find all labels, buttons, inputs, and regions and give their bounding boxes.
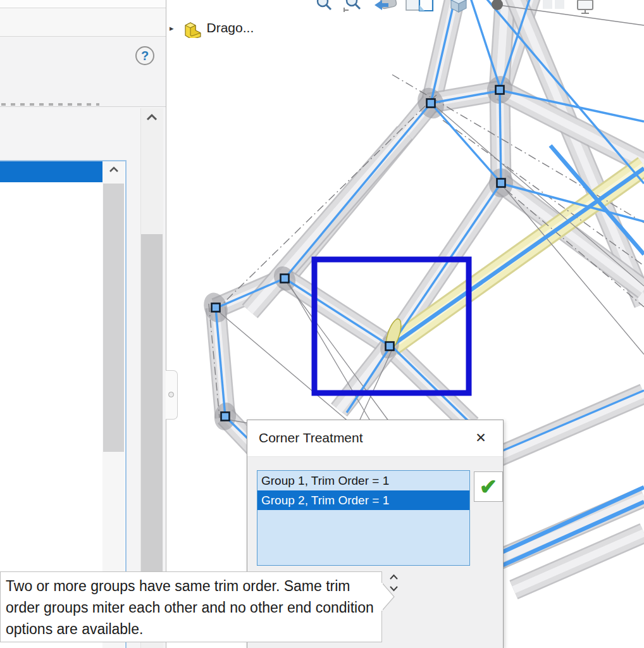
sketch-vertex-marker[interactable] [212, 304, 220, 312]
panel-scrollbar-up-icon[interactable] [140, 109, 163, 128]
trim-group-option[interactable]: Group 1, Trim Order = 1 [257, 471, 469, 490]
property-manager-panel: ? [0, 0, 166, 648]
sketch-vertex-marker[interactable] [386, 342, 394, 351]
annotation-view-icon[interactable] [416, 0, 435, 13]
tooltip: Two or more groups have same trim order.… [0, 571, 382, 642]
edit-appearance-icon[interactable] [487, 0, 506, 13]
panel-scrollbar-thumb[interactable] [141, 234, 163, 611]
dialog-titlebar[interactable]: Corner Treatment ✕ [247, 420, 503, 457]
trim-group-listbox[interactable]: Group 1, Trim Order = 1 Group 2, Trim Or… [257, 470, 470, 566]
sketch-vertex-marker[interactable] [496, 86, 504, 94]
listbox-scrollbar-up-icon[interactable] [102, 163, 125, 182]
tooltip-arrow [381, 582, 395, 612]
expand-arrow-icon[interactable]: ▸ [170, 23, 174, 33]
checkmark-icon: ✔ [480, 475, 498, 499]
listbox-scrollbar-thumb[interactable] [103, 184, 124, 452]
close-icon[interactable]: ✕ [473, 430, 489, 446]
splitter-dot-icon [168, 392, 174, 397]
clipped-text-row [1, 103, 99, 106]
apply-scene-icon[interactable] [541, 0, 566, 13]
spinner-up-icon[interactable] [389, 574, 399, 580]
feature-tree-item-label[interactable]: Drago... [207, 20, 254, 35]
sketch-vertex-marker[interactable] [281, 275, 289, 283]
flyout-feature-tree: ▸ Drago... [170, 16, 254, 39]
zoom-to-area-icon[interactable] [343, 0, 362, 13]
dialog-title: Corner Treatment [259, 430, 363, 446]
help-button[interactable]: ? [135, 46, 154, 65]
view-settings-icon[interactable] [576, 0, 595, 14]
part-icon [183, 18, 202, 38]
heads-up-view-toolbar [166, 0, 644, 14]
panel-toolbar-strip [0, 8, 166, 37]
trim-group-option-selected[interactable]: Group 2, Trim Order = 1 [257, 490, 469, 510]
panel-header-strip [0, 0, 166, 8]
view-orientation-icon[interactable] [449, 0, 468, 13]
sketch-vertex-marker[interactable] [497, 179, 505, 187]
panel-splitter-handle[interactable] [166, 370, 178, 420]
sketch-vertex-marker[interactable] [221, 413, 230, 421]
zoom-to-fit-icon[interactable] [314, 0, 333, 13]
ok-button[interactable]: ✔ [474, 471, 503, 502]
sketch-vertex-marker[interactable] [427, 99, 435, 108]
previous-view-icon[interactable] [373, 0, 400, 13]
tooltip-text: Two or more groups have same trim order.… [6, 578, 374, 637]
group-listbox-selected-row[interactable] [0, 161, 102, 182]
